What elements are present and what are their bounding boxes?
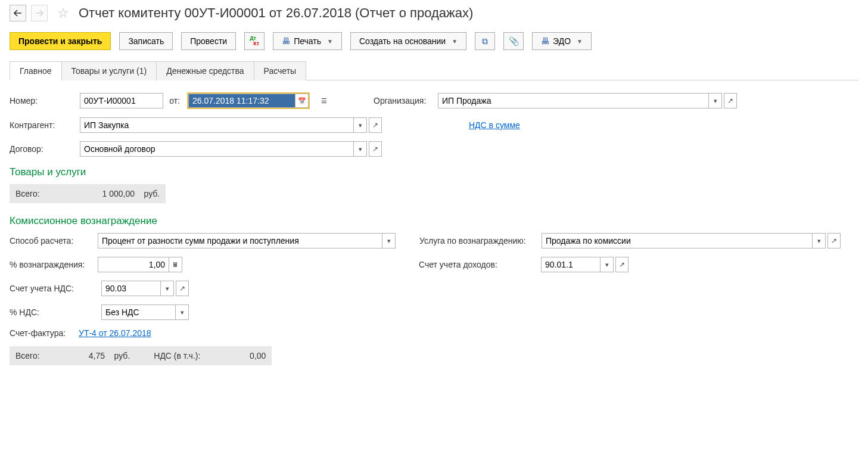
contract-dropdown-button[interactable]: ▾ xyxy=(354,141,367,157)
goods-total-currency: руб. xyxy=(144,189,160,198)
arrow-left-icon xyxy=(14,10,22,17)
service-reward-group: ▾ ↗ xyxy=(542,233,841,248)
contract-input[interactable] xyxy=(80,141,354,157)
nds-percent-label: % НДС: xyxy=(10,307,98,317)
list-icon: ☰ xyxy=(321,97,327,105)
favorite-star-icon[interactable]: ☆ xyxy=(56,6,70,20)
org-dropdown-button[interactable]: ▾ xyxy=(709,93,722,108)
nds-link[interactable]: НДС в сумме xyxy=(469,120,520,130)
contract-field-group: ▾ ↗ xyxy=(80,141,382,157)
percent-reward-input[interactable] xyxy=(98,257,169,272)
org-open-button[interactable]: ↗ xyxy=(724,93,737,108)
printer-icon: 🖶 xyxy=(282,36,290,46)
date-input[interactable] xyxy=(188,94,295,108)
nds-account-label: Счет учета НДС: xyxy=(10,284,98,293)
chevron-down-icon: ▼ xyxy=(452,38,458,45)
contract-open-button[interactable]: ↗ xyxy=(369,141,382,157)
goods-total-value: 1 000,00 xyxy=(93,189,135,198)
row-contragent: Контрагент: ▾ ↗ НДС в сумме xyxy=(10,117,858,133)
chevron-down-icon: ▾ xyxy=(817,237,821,245)
nds-incl-label: НДС (в т.ч.): xyxy=(154,351,200,361)
contragent-dropdown-button[interactable]: ▾ xyxy=(354,117,367,133)
contragent-open-button[interactable]: ↗ xyxy=(369,117,382,133)
arrow-right-icon xyxy=(35,10,43,17)
number-input[interactable] xyxy=(80,93,163,108)
service-reward-input[interactable] xyxy=(542,233,813,248)
calc-method-input[interactable] xyxy=(98,233,382,248)
create-based-on-button[interactable]: Создать на основании ▼ xyxy=(350,32,466,50)
dtkt-icon: ДтКт xyxy=(250,36,259,46)
paperclip-icon: 📎 xyxy=(509,36,519,46)
org-input[interactable] xyxy=(438,93,709,108)
row-contract: Договор: ▾ ↗ xyxy=(10,141,858,157)
service-reward-dropdown-button[interactable]: ▾ xyxy=(813,233,826,248)
edo-button[interactable]: 🖶 ЭДО ▼ xyxy=(532,32,592,50)
nds-account-input[interactable] xyxy=(101,281,161,296)
attach-button[interactable]: 📎 xyxy=(503,32,524,50)
income-account-label: Счет учета доходов: xyxy=(419,260,541,269)
nav-back-button[interactable] xyxy=(10,5,26,21)
income-account-dropdown-button[interactable]: ▾ xyxy=(601,257,614,272)
tab-money[interactable]: Денежные средства xyxy=(156,61,254,80)
row-nds-account: Счет учета НДС: ▾ ↗ xyxy=(10,281,858,296)
tabs: Главное Товары и услуги (1) Денежные сре… xyxy=(10,61,858,80)
page-title: Отчет комитенту 00УТ-И00001 от 26.07.201… xyxy=(79,5,473,21)
tab-main[interactable]: Главное xyxy=(10,61,62,80)
invoice-label: Счет-фактура: xyxy=(10,328,75,338)
row-calc-method: Способ расчета: ▾ Услуга по вознагражден… xyxy=(10,233,858,248)
calc-method-dropdown-button[interactable]: ▾ xyxy=(382,233,396,248)
number-label: Номер: xyxy=(10,96,76,105)
chevron-down-icon: ▾ xyxy=(605,261,609,269)
commission-section-title: Комиссионное вознаграждение xyxy=(10,215,858,227)
income-account-open-button[interactable]: ↗ xyxy=(615,257,629,272)
nds-account-dropdown-button[interactable]: ▾ xyxy=(161,281,174,296)
nds-percent-input[interactable] xyxy=(101,304,176,320)
date-field-group: 📅 xyxy=(187,92,310,109)
nds-percent-dropdown-button[interactable]: ▾ xyxy=(176,304,189,320)
row-nds-percent: % НДС: ▾ xyxy=(10,304,858,320)
calendar-button[interactable]: 📅 xyxy=(295,94,309,108)
percent-reward-label: % вознаграждения: xyxy=(10,260,98,269)
org-label: Организация: xyxy=(374,96,434,105)
from-label: от: xyxy=(167,96,183,105)
open-icon: ↗ xyxy=(372,145,378,153)
list-button[interactable]: ☰ xyxy=(318,93,331,108)
chevron-down-icon: ▾ xyxy=(181,309,184,316)
calc-method-label: Способ расчета: xyxy=(10,236,98,246)
save-button[interactable]: Записать xyxy=(119,32,173,50)
chevron-down-icon: ▼ xyxy=(327,38,333,45)
edo-label: ЭДО xyxy=(553,36,571,46)
org-field-group: ▾ ↗ xyxy=(438,93,737,108)
structure-icon: ⧉ xyxy=(482,36,488,46)
nds-account-open-button[interactable]: ↗ xyxy=(176,281,189,296)
nav-forward-button[interactable] xyxy=(31,5,48,21)
tab-calc[interactable]: Расчеты xyxy=(254,61,307,80)
dtkt-button[interactable]: ДтКт xyxy=(244,32,265,50)
print-label: Печать xyxy=(294,36,321,46)
total-label: Всего: xyxy=(15,351,63,361)
service-reward-label: Услуга по вознаграждению: xyxy=(419,236,542,246)
calculator-button[interactable]: 🖩 xyxy=(169,257,182,272)
post-and-close-button[interactable]: Провести и закрыть xyxy=(10,32,111,50)
income-account-group: ▾ ↗ xyxy=(541,257,629,272)
commission-summary: Всего: 4,75 руб. НДС (в т.ч.): 0,00 xyxy=(10,346,272,365)
service-reward-open-button[interactable]: ↗ xyxy=(827,233,841,248)
goods-section-title: Товары и услуги xyxy=(10,166,858,178)
chevron-down-icon: ▾ xyxy=(359,122,362,129)
structure-button[interactable]: ⧉ xyxy=(475,32,495,50)
post-button[interactable]: Провести xyxy=(181,32,236,50)
chevron-down-icon: ▾ xyxy=(359,145,362,153)
contragent-input[interactable] xyxy=(80,117,354,133)
row-number: Номер: от: 📅 ☰ Организация: ▾ ↗ xyxy=(10,92,858,109)
income-account-input[interactable] xyxy=(541,257,601,272)
calculator-icon: 🖩 xyxy=(172,261,179,268)
open-icon: ↗ xyxy=(619,260,625,269)
nds-account-group: ▾ ↗ xyxy=(101,281,189,296)
print-button[interactable]: 🖶 Печать ▼ xyxy=(273,32,342,50)
tab-goods[interactable]: Товары и услуги (1) xyxy=(61,61,157,80)
open-icon: ↗ xyxy=(372,121,378,129)
open-icon: ↗ xyxy=(179,284,185,293)
invoice-link[interactable]: УТ-4 от 26.07.2018 xyxy=(79,328,151,338)
goods-summary: Всего: 1 000,00 руб. xyxy=(10,184,166,203)
open-icon: ↗ xyxy=(727,97,733,105)
